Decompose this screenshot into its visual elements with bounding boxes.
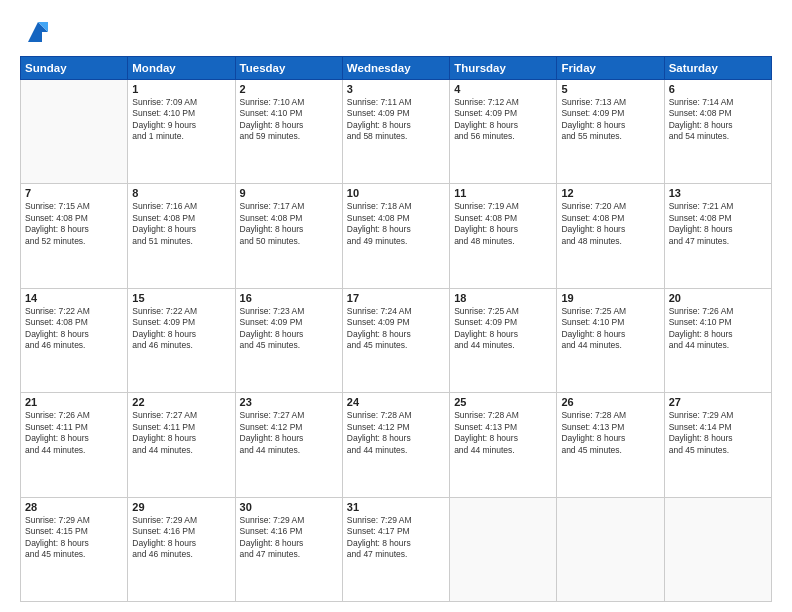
calendar-cell: 9Sunrise: 7:17 AM Sunset: 4:08 PM Daylig…	[235, 184, 342, 288]
calendar-cell	[664, 497, 771, 601]
day-info: Sunrise: 7:14 AM Sunset: 4:08 PM Dayligh…	[669, 97, 767, 143]
calendar-cell: 31Sunrise: 7:29 AM Sunset: 4:17 PM Dayli…	[342, 497, 449, 601]
day-number: 24	[347, 396, 445, 408]
day-info: Sunrise: 7:27 AM Sunset: 4:11 PM Dayligh…	[132, 410, 230, 456]
calendar-cell: 21Sunrise: 7:26 AM Sunset: 4:11 PM Dayli…	[21, 393, 128, 497]
day-number: 28	[25, 501, 123, 513]
day-info: Sunrise: 7:10 AM Sunset: 4:10 PM Dayligh…	[240, 97, 338, 143]
calendar-cell	[557, 497, 664, 601]
calendar-cell	[21, 80, 128, 184]
day-number: 14	[25, 292, 123, 304]
calendar-cell: 5Sunrise: 7:13 AM Sunset: 4:09 PM Daylig…	[557, 80, 664, 184]
day-number: 10	[347, 187, 445, 199]
day-info: Sunrise: 7:12 AM Sunset: 4:09 PM Dayligh…	[454, 97, 552, 143]
weekday-header-tuesday: Tuesday	[235, 57, 342, 80]
calendar-cell: 4Sunrise: 7:12 AM Sunset: 4:09 PM Daylig…	[450, 80, 557, 184]
calendar-cell: 11Sunrise: 7:19 AM Sunset: 4:08 PM Dayli…	[450, 184, 557, 288]
weekday-header-friday: Friday	[557, 57, 664, 80]
day-info: Sunrise: 7:29 AM Sunset: 4:14 PM Dayligh…	[669, 410, 767, 456]
calendar-cell: 28Sunrise: 7:29 AM Sunset: 4:15 PM Dayli…	[21, 497, 128, 601]
calendar-header-row: SundayMondayTuesdayWednesdayThursdayFrid…	[21, 57, 772, 80]
calendar-cell: 17Sunrise: 7:24 AM Sunset: 4:09 PM Dayli…	[342, 288, 449, 392]
day-info: Sunrise: 7:26 AM Sunset: 4:10 PM Dayligh…	[669, 306, 767, 352]
calendar-cell: 24Sunrise: 7:28 AM Sunset: 4:12 PM Dayli…	[342, 393, 449, 497]
calendar-cell: 29Sunrise: 7:29 AM Sunset: 4:16 PM Dayli…	[128, 497, 235, 601]
day-number: 22	[132, 396, 230, 408]
calendar-week-row: 14Sunrise: 7:22 AM Sunset: 4:08 PM Dayli…	[21, 288, 772, 392]
day-number: 19	[561, 292, 659, 304]
calendar-cell: 10Sunrise: 7:18 AM Sunset: 4:08 PM Dayli…	[342, 184, 449, 288]
day-number: 8	[132, 187, 230, 199]
day-number: 1	[132, 83, 230, 95]
day-info: Sunrise: 7:26 AM Sunset: 4:11 PM Dayligh…	[25, 410, 123, 456]
day-number: 9	[240, 187, 338, 199]
day-number: 2	[240, 83, 338, 95]
weekday-header-wednesday: Wednesday	[342, 57, 449, 80]
calendar-week-row: 1Sunrise: 7:09 AM Sunset: 4:10 PM Daylig…	[21, 80, 772, 184]
day-number: 30	[240, 501, 338, 513]
calendar-cell: 6Sunrise: 7:14 AM Sunset: 4:08 PM Daylig…	[664, 80, 771, 184]
calendar-cell	[450, 497, 557, 601]
calendar-cell: 12Sunrise: 7:20 AM Sunset: 4:08 PM Dayli…	[557, 184, 664, 288]
weekday-header-monday: Monday	[128, 57, 235, 80]
day-info: Sunrise: 7:29 AM Sunset: 4:15 PM Dayligh…	[25, 515, 123, 561]
calendar-cell: 23Sunrise: 7:27 AM Sunset: 4:12 PM Dayli…	[235, 393, 342, 497]
day-info: Sunrise: 7:22 AM Sunset: 4:08 PM Dayligh…	[25, 306, 123, 352]
calendar-cell: 8Sunrise: 7:16 AM Sunset: 4:08 PM Daylig…	[128, 184, 235, 288]
calendar-week-row: 28Sunrise: 7:29 AM Sunset: 4:15 PM Dayli…	[21, 497, 772, 601]
day-number: 26	[561, 396, 659, 408]
page: SundayMondayTuesdayWednesdayThursdayFrid…	[0, 0, 792, 612]
calendar-cell: 13Sunrise: 7:21 AM Sunset: 4:08 PM Dayli…	[664, 184, 771, 288]
calendar-cell: 15Sunrise: 7:22 AM Sunset: 4:09 PM Dayli…	[128, 288, 235, 392]
day-number: 21	[25, 396, 123, 408]
day-number: 17	[347, 292, 445, 304]
calendar-week-row: 7Sunrise: 7:15 AM Sunset: 4:08 PM Daylig…	[21, 184, 772, 288]
calendar-cell: 22Sunrise: 7:27 AM Sunset: 4:11 PM Dayli…	[128, 393, 235, 497]
day-number: 31	[347, 501, 445, 513]
header	[20, 18, 772, 46]
day-info: Sunrise: 7:11 AM Sunset: 4:09 PM Dayligh…	[347, 97, 445, 143]
calendar-cell: 14Sunrise: 7:22 AM Sunset: 4:08 PM Dayli…	[21, 288, 128, 392]
calendar-cell: 3Sunrise: 7:11 AM Sunset: 4:09 PM Daylig…	[342, 80, 449, 184]
day-number: 7	[25, 187, 123, 199]
day-info: Sunrise: 7:24 AM Sunset: 4:09 PM Dayligh…	[347, 306, 445, 352]
day-info: Sunrise: 7:28 AM Sunset: 4:13 PM Dayligh…	[454, 410, 552, 456]
day-info: Sunrise: 7:29 AM Sunset: 4:16 PM Dayligh…	[240, 515, 338, 561]
day-number: 3	[347, 83, 445, 95]
day-info: Sunrise: 7:17 AM Sunset: 4:08 PM Dayligh…	[240, 201, 338, 247]
calendar-cell: 2Sunrise: 7:10 AM Sunset: 4:10 PM Daylig…	[235, 80, 342, 184]
day-number: 27	[669, 396, 767, 408]
day-number: 5	[561, 83, 659, 95]
day-number: 20	[669, 292, 767, 304]
calendar-cell: 27Sunrise: 7:29 AM Sunset: 4:14 PM Dayli…	[664, 393, 771, 497]
day-info: Sunrise: 7:19 AM Sunset: 4:08 PM Dayligh…	[454, 201, 552, 247]
calendar-cell: 20Sunrise: 7:26 AM Sunset: 4:10 PM Dayli…	[664, 288, 771, 392]
day-info: Sunrise: 7:09 AM Sunset: 4:10 PM Dayligh…	[132, 97, 230, 143]
day-number: 23	[240, 396, 338, 408]
calendar-week-row: 21Sunrise: 7:26 AM Sunset: 4:11 PM Dayli…	[21, 393, 772, 497]
day-info: Sunrise: 7:20 AM Sunset: 4:08 PM Dayligh…	[561, 201, 659, 247]
calendar-cell: 18Sunrise: 7:25 AM Sunset: 4:09 PM Dayli…	[450, 288, 557, 392]
day-number: 29	[132, 501, 230, 513]
day-info: Sunrise: 7:29 AM Sunset: 4:16 PM Dayligh…	[132, 515, 230, 561]
calendar-cell: 1Sunrise: 7:09 AM Sunset: 4:10 PM Daylig…	[128, 80, 235, 184]
weekday-header-saturday: Saturday	[664, 57, 771, 80]
day-info: Sunrise: 7:28 AM Sunset: 4:13 PM Dayligh…	[561, 410, 659, 456]
day-info: Sunrise: 7:23 AM Sunset: 4:09 PM Dayligh…	[240, 306, 338, 352]
day-number: 15	[132, 292, 230, 304]
calendar-cell: 16Sunrise: 7:23 AM Sunset: 4:09 PM Dayli…	[235, 288, 342, 392]
day-info: Sunrise: 7:29 AM Sunset: 4:17 PM Dayligh…	[347, 515, 445, 561]
day-info: Sunrise: 7:28 AM Sunset: 4:12 PM Dayligh…	[347, 410, 445, 456]
calendar-cell: 30Sunrise: 7:29 AM Sunset: 4:16 PM Dayli…	[235, 497, 342, 601]
calendar-cell: 7Sunrise: 7:15 AM Sunset: 4:08 PM Daylig…	[21, 184, 128, 288]
day-number: 25	[454, 396, 552, 408]
day-number: 18	[454, 292, 552, 304]
day-info: Sunrise: 7:22 AM Sunset: 4:09 PM Dayligh…	[132, 306, 230, 352]
calendar-cell: 26Sunrise: 7:28 AM Sunset: 4:13 PM Dayli…	[557, 393, 664, 497]
logo-icon	[24, 18, 52, 46]
day-number: 4	[454, 83, 552, 95]
day-info: Sunrise: 7:16 AM Sunset: 4:08 PM Dayligh…	[132, 201, 230, 247]
day-number: 16	[240, 292, 338, 304]
day-number: 12	[561, 187, 659, 199]
calendar-cell: 19Sunrise: 7:25 AM Sunset: 4:10 PM Dayli…	[557, 288, 664, 392]
